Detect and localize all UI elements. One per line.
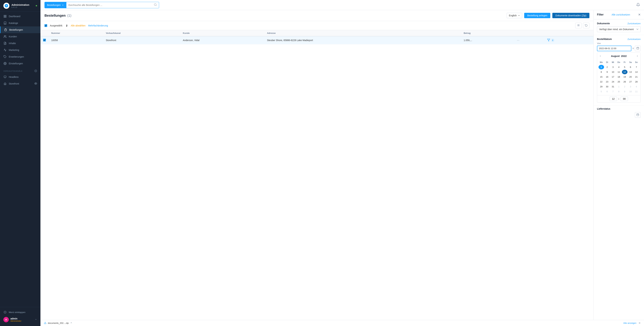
cal-day-7[interactable]: 7 [634, 65, 639, 69]
cal-day-16[interactable]: 16 [604, 75, 610, 79]
svg-point-6 [4, 35, 5, 36]
cal-day-3[interactable]: 3 [610, 65, 616, 69]
menu-icon-btn[interactable] [575, 23, 582, 28]
cal-day-2[interactable]: 2 [604, 65, 610, 69]
sidebar-item-kunden[interactable]: Kunden [0, 33, 40, 40]
refresh-button[interactable] [583, 23, 590, 28]
cal-day-22[interactable]: 22 [598, 79, 604, 84]
sidebar-item-headless[interactable]: Headless [0, 74, 40, 80]
cal-day-om-10[interactable]: 10 [628, 89, 634, 94]
col-amount: Betrag [461, 30, 514, 36]
cal-day-8[interactable]: 8 [598, 70, 604, 74]
user-area[interactable]: A admin Administrator [3, 315, 37, 324]
sidebar-item-kataloge[interactable]: Kataloge [0, 20, 40, 26]
row-checkbox[interactable] [43, 39, 46, 41]
cal-day-6[interactable]: 6 [628, 65, 634, 69]
cal-day-4[interactable]: 4 [616, 65, 622, 69]
main-area: Bestellungen Bestellungen (1) [40, 0, 644, 326]
sidebar-item-inhalte[interactable]: Inhalte [0, 40, 40, 47]
cal-day-12[interactable]: 12 [622, 70, 628, 74]
cal-day-24[interactable]: 24 [610, 79, 616, 84]
cal-time-separator: : [618, 97, 619, 100]
search-dropdown[interactable]: Bestellungen [45, 2, 66, 8]
cal-day-om-2[interactable]: 2 [622, 84, 628, 89]
search-button[interactable] [152, 3, 159, 7]
sidebar-item-einstellungen[interactable]: Einstellungen [0, 60, 40, 67]
cal-day-18[interactable]: 18 [616, 75, 622, 79]
order-address: Steuber Shore, 65886-6228 Lake Madieport [264, 36, 461, 44]
add-sales-channel-icon[interactable] [34, 69, 37, 73]
download-documents-button[interactable]: Dokumente downloaden (Zip) [552, 13, 590, 18]
cal-day-om-8[interactable]: 8 [616, 89, 622, 94]
cal-day-17[interactable]: 17 [610, 75, 616, 79]
filter-dokumente-select[interactable]: Verfügt über mind. ein Dokument [597, 26, 641, 32]
cal-day-20[interactable]: 20 [628, 75, 634, 79]
cal-day-25[interactable]: 25 [616, 79, 622, 84]
bottom-bar-close-button[interactable]: ✕ [638, 322, 641, 325]
collapse-menu-btn[interactable]: Menü einklappen [3, 309, 37, 315]
cal-day-om-4[interactable]: 4 [634, 84, 639, 89]
cal-day-31[interactable]: 31 [610, 84, 616, 89]
collapse-icon [3, 311, 7, 314]
filter-date-input[interactable] [597, 46, 631, 51]
cal-hour-input[interactable] [610, 97, 617, 101]
sidebar-item-bestellungen[interactable]: Bestellungen [0, 26, 40, 33]
cal-day-om-7[interactable]: 7 [610, 89, 616, 94]
topbar-right [636, 3, 640, 7]
inhalte-label: Inhalte [9, 42, 16, 45]
deselect-all-button[interactable]: Alle abwählen [71, 24, 86, 27]
cal-day-om-5[interactable]: 5 [598, 89, 604, 94]
cal-day-26[interactable]: 26 [622, 79, 628, 84]
cal-day-29[interactable]: 29 [598, 84, 604, 89]
cal-day-5[interactable]: 5 [622, 65, 628, 69]
cal-min-input[interactable] [620, 97, 628, 101]
cal-day-om-11[interactable]: 11 [634, 89, 639, 94]
filter-reset-all-button[interactable]: Alle zurücksetzen [612, 13, 630, 16]
cal-day-21[interactable]: 21 [634, 75, 639, 79]
filter-bestelldatum-reset[interactable]: Zurücksetzen [628, 38, 641, 40]
cal-day-15[interactable]: 15 [598, 75, 604, 79]
filter-header: Filter Alle zurücksetzen ✕ [594, 10, 644, 19]
cal-day-1[interactable]: 1 [598, 65, 604, 69]
cal-day-28[interactable]: 28 [634, 79, 639, 84]
cal-day-so: So [634, 60, 639, 64]
filter-close-button[interactable]: ✕ [638, 13, 641, 16]
cal-prev-button[interactable]: ‹ [600, 54, 601, 57]
cal-day-11[interactable]: 11 [616, 70, 622, 74]
sidebar-item-storefront[interactable]: Storefront [0, 80, 40, 87]
cal-day-13[interactable]: 13 [628, 70, 634, 74]
storefront-visibility-icon[interactable] [34, 82, 37, 85]
col-badges [544, 30, 594, 36]
download-chevron-button[interactable] [70, 322, 72, 325]
notification-button[interactable] [636, 3, 640, 7]
sidebar-item-erweiterungen[interactable]: Erweiterungen [0, 53, 40, 60]
language-select[interactable]: English [507, 13, 522, 18]
select-all-checkbox[interactable] [44, 24, 47, 27]
cal-day-om-1[interactable]: 1 [616, 84, 622, 89]
cal-next-button[interactable]: › [637, 54, 638, 57]
cal-day-9[interactable]: 9 [604, 70, 610, 74]
sidebar-item-dashboard[interactable]: Dashboard [0, 13, 40, 20]
dashboard-icon [3, 15, 7, 18]
cal-day-19[interactable]: 19 [622, 75, 628, 79]
bulk-change-button[interactable]: Mehrfachänderung [88, 24, 108, 27]
online-indicator [36, 5, 37, 6]
filter-date-calendar-button[interactable] [635, 46, 641, 51]
svg-point-17 [36, 83, 36, 84]
filter-date-clear-button[interactable]: ✕ [632, 47, 634, 50]
order-more-button[interactable]: ··· [517, 38, 520, 42]
view-all-button[interactable]: Alle anzeigen [623, 322, 636, 324]
sidebar-item-marketing[interactable]: Marketing [0, 47, 40, 53]
cal-day-om-3[interactable]: 3 [628, 84, 634, 89]
cal-day-23[interactable]: 23 [604, 79, 610, 84]
filter-dokumente-reset[interactable]: Zurücksetzen [628, 22, 641, 25]
cal-day-30[interactable]: 30 [604, 84, 610, 89]
lieferstatus-cal-button[interactable] [635, 112, 641, 118]
search-input[interactable] [66, 2, 152, 8]
cal-day-om-6[interactable]: 6 [604, 89, 610, 94]
create-order-button[interactable]: Bestellung anlegen [524, 13, 550, 18]
cal-day-27[interactable]: 27 [628, 79, 634, 84]
cal-day-om-9[interactable]: 9 [622, 89, 628, 94]
cal-day-14[interactable]: 14 [634, 70, 639, 74]
cal-day-10[interactable]: 10 [610, 70, 616, 74]
